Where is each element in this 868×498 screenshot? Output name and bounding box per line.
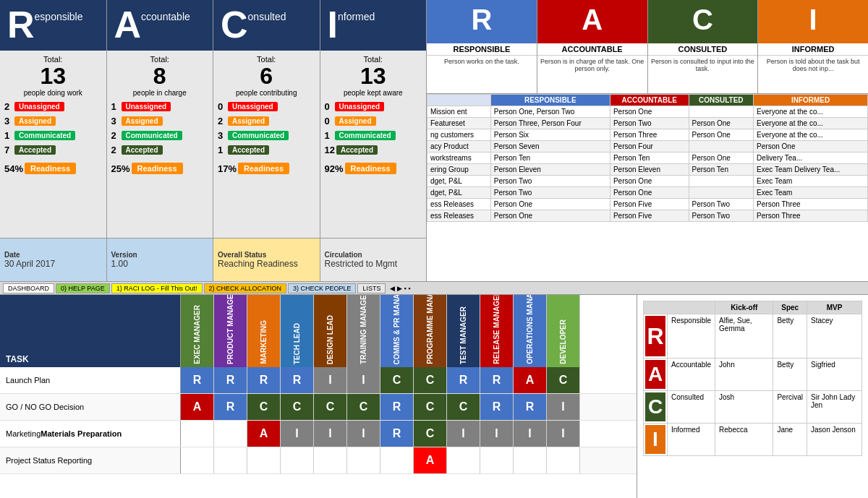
raci-data-row: dget, P&L Person Two Person One Exec Tea…	[427, 176, 868, 187]
card-c: C onsulted Total: 6 people contributing …	[213, 0, 320, 238]
cell-ps-test	[447, 447, 480, 473]
legend-i-desc: Person is told about the task but does n…	[758, 56, 868, 74]
role-release-label: RELEASE MANAGER	[493, 295, 501, 364]
cell-gono-programme: C	[414, 394, 447, 420]
tab-raci-log[interactable]: 1) RACI LOG - Fill This Out!	[111, 283, 203, 293]
tab-bar: DASHBOARD 0) HELP PAGE 1) RACI LOG - Fil…	[0, 282, 868, 295]
raci-task-cell: ng customers	[427, 129, 491, 141]
th-r: RESPONSIBLE	[490, 95, 610, 106]
persons-r-letter: R	[645, 316, 665, 356]
r-suffix: esponsible	[35, 12, 83, 22]
th-i: INFORMED	[754, 95, 868, 106]
card-a: A ccountable Total: 8 people in charge 1…	[107, 0, 214, 238]
task-status-cells: A	[181, 447, 580, 473]
c-total: 6	[218, 64, 315, 89]
raci-table: RESPONSIBLE ACCOUNTABLE CONSULTED INFORM…	[427, 94, 868, 222]
legend-r-letter: R	[427, 0, 537, 43]
persons-r-role: Responsible	[668, 314, 715, 359]
raci-i-cell: Person Three	[754, 210, 868, 222]
raci-c-cell	[689, 106, 754, 118]
raci-task-cell: dget, P&L	[427, 187, 491, 199]
cell-ps-dev	[547, 447, 580, 473]
tab-dashboard[interactable]: DASHBOARD	[3, 283, 54, 293]
i-assigned-num: 0	[325, 116, 333, 126]
cell-launch-programme: C	[414, 367, 447, 393]
headers-row: TASK EXEC MANAGER PRODUCT MANAGER MARKET…	[0, 295, 637, 367]
persons-i-kickoff: Rebecca	[715, 424, 773, 456]
cell-gono-design: C	[314, 394, 347, 420]
raci-c-cell	[689, 141, 754, 153]
raci-c-cell: Person One	[689, 129, 754, 141]
card-r-body: Total: 13 people doing work 2 Unassigned…	[0, 51, 106, 238]
i-assigned-badge: Assigned	[335, 116, 376, 126]
role-header-comms: COMMS & PR MANAGER	[380, 295, 414, 367]
raci-i-cell: Delivery Tea...	[754, 153, 868, 164]
task-row-status: Project Status Reporting A	[0, 447, 637, 474]
cell-ps-programme: A	[414, 447, 447, 473]
r-communicated-num: 1	[4, 130, 13, 141]
persons-a-letter: A	[645, 360, 665, 389]
card-r: R esponsible Total: 13 people doing work…	[0, 0, 107, 238]
raci-a-cell: Person Three	[610, 129, 689, 141]
raci-task-cell: ess Releases	[427, 210, 491, 222]
persons-a-role: Accountable	[668, 359, 715, 391]
task-col-header: TASK	[0, 295, 181, 367]
c-assigned-row: 2 Assigned	[218, 114, 315, 127]
persons-c-role: Consulted	[668, 391, 715, 424]
th-task	[427, 95, 491, 106]
cell-mkt-comms: R	[380, 421, 414, 447]
raci-i-cell: Everyone at the co...	[754, 129, 868, 141]
role-header-design: DESIGN LEAD	[314, 295, 347, 367]
info-row: Date 30 April 2017 Version 1.00 Overall …	[0, 238, 426, 281]
right-legend-panel: Kick-off Spec MVP R Responsible Alfie, S…	[637, 295, 868, 498]
raci-data-row: ess Releases Person One Person Five Pers…	[427, 210, 868, 222]
a-accepted-num: 2	[111, 145, 120, 155]
date-label: Date	[4, 251, 102, 259]
tab-check-allocation[interactable]: 2) CHECK ALLOCATION	[204, 283, 286, 293]
task-launch-cells: R R R R I I C C R R A C	[181, 367, 580, 393]
i-communicated-num: 1	[325, 130, 333, 141]
raci-task-cell: Featureset	[427, 118, 491, 129]
legend-r-desc: Person works on the task.	[427, 56, 537, 67]
cell-launch-training: I	[347, 367, 380, 393]
a-communicated-num: 2	[111, 130, 120, 141]
persons-row-r: R Responsible Alfie, Sue, Gemma Betty St…	[644, 314, 862, 359]
legend-a-col: A ACCOUNTABLE Person is in charge of the…	[537, 0, 648, 93]
cell-launch-design: I	[314, 367, 347, 393]
raci-task-cell: ering Group	[427, 164, 491, 176]
task-marketing-label: Marketing Materials Preparation	[0, 421, 181, 447]
tab-lists[interactable]: LISTS	[357, 283, 386, 293]
i-readiness-badge: Readiness	[345, 163, 396, 174]
raci-a-cell: Person Ten	[610, 153, 689, 164]
persons-c-letter-cell: C	[644, 391, 668, 424]
a-unassigned-num: 1	[111, 101, 120, 112]
raci-r-cell: Person Seven	[490, 141, 610, 153]
tab-check-people[interactable]: 3) CHECK PEOPLE	[288, 283, 357, 293]
cell-gono-training: C	[347, 394, 380, 420]
raci-a-cell: Person One	[610, 187, 689, 199]
cell-ps-design	[314, 447, 347, 473]
card-a-body: Total: 8 people in charge 1 Unassigned 3…	[107, 51, 213, 238]
tab-help[interactable]: 0) HELP PAGE	[56, 283, 110, 293]
role-dev-label: DEVELOPER	[559, 319, 567, 364]
i-unassigned-num: 0	[325, 101, 333, 112]
role-header-ops: OPERATIONS MANAGER	[514, 295, 547, 367]
role-training-label: TRAINING MANAGER	[359, 295, 367, 364]
card-c-body: Total: 6 people contributing 0 Unassigne…	[213, 51, 320, 238]
cell-gono-exec: A	[181, 394, 214, 420]
r-accepted-row: 7 Accepted	[4, 143, 102, 156]
raci-a-cell: Person Four	[610, 141, 689, 153]
circulation-cell: Circulation Restricted to Mgmt	[320, 239, 427, 281]
raci-data-row: workstreams Person Ten Person Ten Person…	[427, 153, 868, 164]
legend-i-label: INFORMED	[758, 43, 868, 56]
raci-data-row: ess Releases Person One Person Five Pers…	[427, 199, 868, 210]
raci-a-cell: Person Eleven	[610, 164, 689, 176]
raci-i-cell: Exec Team	[754, 187, 868, 199]
cell-mkt-product	[214, 421, 247, 447]
i-accepted-num: 12	[325, 145, 335, 155]
a-assigned-num: 3	[111, 116, 120, 126]
legend-table-top: R RESPONSIBLE Person works on the task. …	[427, 0, 868, 94]
cell-launch-tech: R	[281, 367, 314, 393]
role-comms-label: COMMS & PR MANAGER	[393, 295, 401, 364]
legend-c-letter: C	[648, 0, 758, 43]
